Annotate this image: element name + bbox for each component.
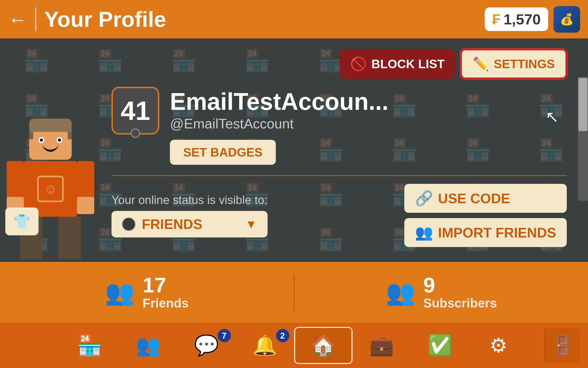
use-code-icon: 🔗 <box>415 190 433 207</box>
header: ← Your Profile ₣ 1,570 💰 <box>0 0 588 38</box>
nav-item-catalog[interactable]: 🏪 <box>61 327 119 364</box>
username-handle: @EmailTestAccount <box>170 116 567 132</box>
currency-amount: 1,570 <box>504 11 541 28</box>
outfit-button[interactable]: 👕 <box>5 207 38 235</box>
page-title: Your Profile <box>44 7 479 32</box>
stats-bar: 👥 17 Friends 👥 9 Subscribers <box>0 262 588 323</box>
exit-icon: 🚪 <box>550 334 575 357</box>
chat-icon: 💬 <box>194 334 219 357</box>
char-right-pupil <box>58 138 61 142</box>
back-button[interactable]: ← <box>8 10 27 29</box>
set-badges-button[interactable]: SET BADGES <box>170 140 276 165</box>
char-head <box>29 119 72 160</box>
notifications-badge: 2 <box>276 329 289 342</box>
separator-line <box>111 175 567 176</box>
nav-item-chat[interactable]: 💬 7 <box>177 327 236 364</box>
subscribers-stat-text: 9 Subscribers <box>423 275 497 310</box>
use-code-label: USE CODE <box>438 191 510 206</box>
profile-section: 🏪 🏪 🏪 🏪 🏪 🏪 🏪 🏪 🏪 🏪 🏪 🏪 🏪 🏪 🏪 🏪 🏪 🏪 🏪 🏪 … <box>0 38 588 262</box>
header-divider <box>35 7 36 31</box>
settings-button[interactable]: ✏️ SETTINGS <box>461 49 567 79</box>
char-left-eye <box>38 137 44 143</box>
block-list-label: BLOCK LIST <box>371 57 445 71</box>
character-figure: ☺ <box>4 119 97 257</box>
block-list-button[interactable]: 🚫 BLOCK LIST <box>340 49 455 79</box>
level-badge: 41 <box>111 87 159 135</box>
friends-stat[interactable]: 👥 17 Friends <box>0 275 294 310</box>
settings-nav-icon: ⚙ <box>490 334 507 357</box>
subscribers-icon: 👥 <box>386 279 415 306</box>
get-robux-button[interactable]: 💰 <box>553 6 580 33</box>
bottom-nav: 🏪 👥 💬 7 🔔 2 🏠 💼 ✅ ⚙ 🚪 <box>0 323 588 368</box>
friends-dropdown-label: FRIENDS <box>142 216 202 232</box>
settings-icon: ✏️ <box>473 56 489 72</box>
char-face <box>33 132 68 156</box>
subscribers-stat[interactable]: 👥 9 Subscribers <box>295 275 588 310</box>
nav-item-home[interactable]: 🏠 <box>294 327 353 364</box>
home-icon: 🏠 <box>311 334 336 357</box>
char-right-arm <box>77 161 94 214</box>
robux-icon: 💰 <box>560 13 574 26</box>
settings-label: SETTINGS <box>494 57 555 71</box>
friends-nav-icon: 👥 <box>136 334 161 357</box>
use-code-button[interactable]: 🔗 USE CODE <box>404 184 567 213</box>
nav-exit-button[interactable]: 🚪 <box>546 328 580 363</box>
status-left: Your online status is visible to: FRIEND… <box>111 193 268 237</box>
nav-item-friends[interactable]: 👥 <box>119 327 177 364</box>
profile-info: 🚫 BLOCK LIST ✏️ SETTINGS 41 EmailTestAcc… <box>101 38 588 262</box>
friends-status-dropdown[interactable]: FRIENDS ▼ <box>111 211 268 237</box>
subscribers-count: 9 <box>423 275 497 296</box>
currency-icon: ₣ <box>492 11 500 28</box>
char-right-hand <box>77 197 94 214</box>
friends-count: 17 <box>143 275 188 296</box>
nav-item-notifications[interactable]: 🔔 2 <box>236 327 294 364</box>
user-info-row: 41 EmailTestAccoun... @EmailTestAccount <box>111 87 567 135</box>
nav-item-inventory[interactable]: 💼 <box>353 327 411 364</box>
outfit-icon: 👕 <box>13 214 31 229</box>
level-number: 41 <box>121 96 150 126</box>
nav-item-achievements[interactable]: ✅ <box>411 327 469 364</box>
nav-item-settings[interactable]: ⚙ <box>469 327 528 364</box>
status-label: Your online status is visible to: <box>111 193 268 207</box>
import-friends-icon: 👥 <box>415 224 433 241</box>
achievements-icon: ✅ <box>428 334 453 357</box>
import-friends-button[interactable]: 👥 IMPORT FRIENDS <box>404 218 567 247</box>
char-right-leg <box>58 217 81 259</box>
friends-label: Friends <box>143 296 188 310</box>
char-left-pupil <box>40 138 43 142</box>
level-dot <box>131 128 140 138</box>
inventory-icon: 💼 <box>369 334 394 357</box>
display-name: EmailTestAccoun... <box>170 90 567 114</box>
chevron-down-icon: ▼ <box>245 218 257 231</box>
main-content: 🏪 🏪 🏪 🏪 🏪 🏪 🏪 🏪 🏪 🏪 🏪 🏪 🏪 🏪 🏪 🏪 🏪 🏪 🏪 🏪 … <box>0 38 588 323</box>
char-right-eye <box>57 137 62 143</box>
subscribers-label: Subscribers <box>423 296 497 310</box>
top-buttons: 🚫 BLOCK LIST ✏️ SETTINGS <box>111 49 567 79</box>
char-left-arm <box>7 161 24 214</box>
friends-stat-text: 17 Friends <box>143 275 188 310</box>
notifications-icon: 🔔 <box>252 334 277 357</box>
char-shirt-logo: ☺ <box>37 176 64 202</box>
import-friends-label: IMPORT FRIENDS <box>438 225 556 241</box>
catalog-icon: 🏪 <box>77 334 102 357</box>
currency-badge: ₣ 1,570 <box>485 7 548 31</box>
character-container: ☺ <box>0 38 101 262</box>
status-dot <box>122 218 135 231</box>
username-block: EmailTestAccoun... @EmailTestAccount <box>170 90 567 132</box>
friends-icon: 👥 <box>105 279 135 306</box>
chat-badge: 7 <box>218 329 231 342</box>
char-smile <box>42 144 58 152</box>
status-row: Your online status is visible to: FRIEND… <box>111 184 567 247</box>
right-action-buttons: 🔗 USE CODE 👥 IMPORT FRIENDS <box>404 184 567 247</box>
block-list-icon: 🚫 <box>350 56 367 72</box>
